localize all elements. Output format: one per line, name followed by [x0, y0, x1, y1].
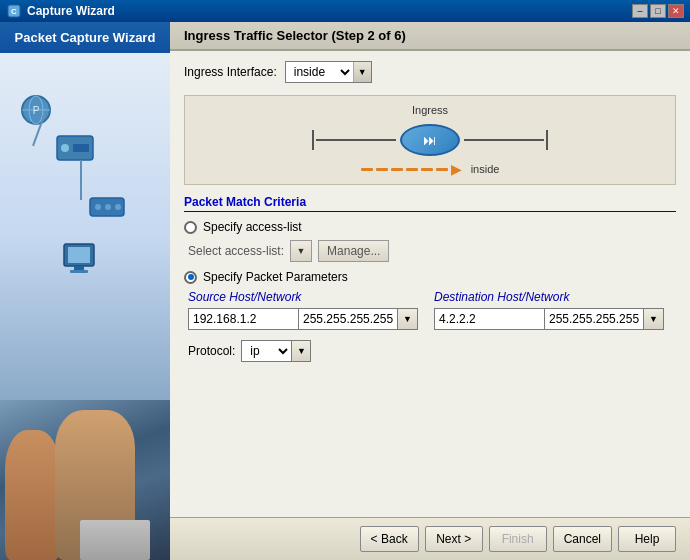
dash-3 [391, 168, 403, 171]
source-host-group: Source Host/Network ▼ [188, 290, 418, 330]
window-title: Capture Wizard [27, 4, 632, 18]
ingress-interface-label: Ingress Interface: [184, 65, 277, 79]
button-bar: < Back Next > Finish Cancel Help [170, 517, 690, 560]
ingress-interface-select[interactable]: inside outside dmz [286, 62, 353, 82]
right-hline [464, 139, 544, 141]
svg-text:P: P [33, 105, 40, 116]
svg-point-10 [95, 204, 101, 210]
right-tick [546, 130, 548, 150]
network-device-icon [55, 132, 95, 167]
play-icon: ⏭ [423, 132, 437, 148]
svg-rect-8 [73, 144, 89, 152]
manage-button[interactable]: Manage... [318, 240, 389, 262]
radio-access-list-label: Specify access-list [203, 220, 302, 234]
sidebar-network-diagram: P [0, 72, 170, 322]
arrow-head: ▶ [451, 162, 462, 176]
protocol-row: Protocol: ip tcp udp icmp ▼ [188, 340, 676, 362]
dest-mask-dropdown[interactable]: ▼ [644, 308, 664, 330]
ingress-diagram: Ingress ⏭ ▶ [184, 95, 676, 185]
maximize-button[interactable]: □ [650, 4, 666, 18]
dash-1 [361, 168, 373, 171]
ingress-interface-dropdown-arrow[interactable]: ▼ [353, 62, 371, 82]
capture-device: ⏭ [400, 124, 460, 156]
left-tick [312, 130, 314, 150]
step-title: Ingress Traffic Selector (Step 2 of 6) [184, 28, 406, 43]
radio-access-list[interactable] [184, 221, 197, 234]
svg-rect-16 [70, 270, 88, 273]
svg-text:C: C [11, 7, 17, 16]
minimize-button[interactable]: – [632, 4, 648, 18]
cancel-button[interactable]: Cancel [553, 526, 612, 552]
dest-host-input-row: ▼ [434, 308, 664, 330]
svg-rect-14 [68, 247, 90, 263]
help-button[interactable]: Help [618, 526, 676, 552]
dest-host-label: Destination Host/Network [434, 290, 664, 304]
access-list-dropdown[interactable]: ▼ [290, 240, 312, 262]
source-host-label: Source Host/Network [188, 290, 418, 304]
select-access-list-row: Select access-list: ▼ Manage... [188, 240, 676, 262]
router-icon [88, 192, 126, 225]
source-mask-dropdown[interactable]: ▼ [398, 308, 418, 330]
ingress-interface-select-wrap[interactable]: inside outside dmz ▼ [285, 61, 372, 83]
content-body: Ingress Interface: inside outside dmz ▼ … [170, 51, 690, 517]
app-icon: C [6, 3, 22, 19]
source-mask-input[interactable] [298, 308, 398, 330]
connector-2 [80, 160, 82, 200]
left-hline [316, 139, 396, 141]
ingress-interface-row: Ingress Interface: inside outside dmz ▼ [184, 61, 676, 83]
dash-6 [436, 168, 448, 171]
protocol-select-wrap: ip tcp udp icmp ▼ [241, 340, 311, 362]
computer-icon [60, 242, 98, 281]
next-button[interactable]: Next > [425, 526, 483, 552]
svg-point-11 [105, 204, 111, 210]
protocol-label: Protocol: [188, 344, 235, 358]
globe-icon: P [18, 92, 54, 131]
inside-label: inside [471, 163, 500, 175]
svg-rect-15 [74, 266, 84, 270]
sidebar: Packet Capture Wizard P [0, 22, 170, 560]
protocol-dropdown-arrow[interactable]: ▼ [291, 340, 311, 362]
step-header: Ingress Traffic Selector (Step 2 of 6) [170, 22, 690, 51]
dest-host-group: Destination Host/Network ▼ [434, 290, 664, 330]
source-host-input-row: ▼ [188, 308, 418, 330]
dest-mask-input[interactable] [544, 308, 644, 330]
dest-ip-input[interactable] [434, 308, 544, 330]
dash-2 [376, 168, 388, 171]
diagram-line: ⏭ [195, 120, 665, 160]
title-bar: C Capture Wizard – □ ✕ [0, 0, 690, 22]
svg-point-7 [61, 144, 69, 152]
host-network-row: Source Host/Network ▼ Destination Host/N… [188, 290, 676, 330]
dash-5 [421, 168, 433, 171]
radio-packet-params[interactable] [184, 271, 197, 284]
main-container: Packet Capture Wizard P [0, 22, 690, 560]
finish-button[interactable]: Finish [489, 526, 547, 552]
radio-packet-params-label: Specify Packet Parameters [203, 270, 348, 284]
select-access-list-label: Select access-list: [188, 244, 284, 258]
window-controls: – □ ✕ [632, 4, 684, 18]
radio-packet-params-row[interactable]: Specify Packet Parameters [184, 270, 676, 284]
back-button[interactable]: < Back [360, 526, 419, 552]
photo-area [0, 400, 170, 560]
content-area: Ingress Traffic Selector (Step 2 of 6) I… [170, 22, 690, 560]
sidebar-title: Packet Capture Wizard [0, 22, 170, 53]
radio-access-list-row[interactable]: Specify access-list [184, 220, 676, 234]
source-ip-input[interactable] [188, 308, 298, 330]
packet-match-section: Packet Match Criteria Specify access-lis… [184, 195, 676, 362]
dash-4 [406, 168, 418, 171]
protocol-select[interactable]: ip tcp udp icmp [241, 340, 291, 362]
dashed-arrow-row: ▶ inside [195, 162, 665, 176]
packet-match-title: Packet Match Criteria [184, 195, 676, 212]
close-button[interactable]: ✕ [668, 4, 684, 18]
svg-point-12 [115, 204, 121, 210]
diagram-ingress-label: Ingress [195, 104, 665, 116]
